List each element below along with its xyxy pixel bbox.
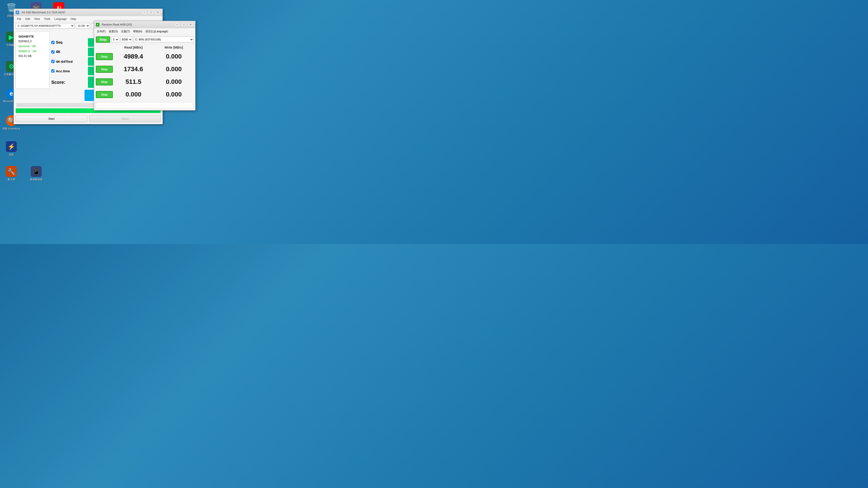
randread-window-controls: ─ □ ✕ — [174, 22, 193, 27]
rr-menu-file[interactable]: 文件(F) — [95, 29, 107, 34]
rr-stop-btn-2[interactable]: Stop — [96, 66, 113, 73]
rr-row-3: Stop 511.5 0.000 — [94, 76, 195, 88]
seq-label: Seq — [56, 40, 62, 44]
randread-menu-bar: 文件(F) 设置(S) 主题(T) 帮助(H) 语言(L)(Language) — [94, 28, 195, 35]
rr-menu-settings[interactable]: 设置(S) — [107, 29, 119, 34]
randread-toolbar: Stop 5 8GiB C: 90% (837/931GiB) — [94, 35, 195, 44]
4k64-label-area: 4K-64Thrd — [51, 60, 88, 64]
asssd-title-area: A AS SSD Benchmark 2.0.7316.34247 — [16, 11, 66, 14]
rr-drive-select[interactable]: C: 90% (837/931GiB) — [133, 37, 193, 42]
randread-window: R Random Read 4KiB [2/5] ─ □ ✕ 文件(F) 设置(… — [94, 21, 195, 110]
rr-read-val-4: 0.000 — [114, 89, 153, 100]
drive-firmware: EGFM11.2 — [19, 39, 46, 44]
asssd-close-button[interactable]: ✕ — [155, 10, 161, 15]
asssd-minimize-button[interactable]: ─ — [141, 10, 147, 15]
randread-close-button[interactable]: ✕ — [188, 22, 193, 27]
asssd-bottom-buttons: Start Abort — [16, 115, 161, 122]
night-icon: 📱 — [31, 166, 41, 177]
ludashi-label: 鲁大师 — [8, 178, 15, 181]
randread-title-area: R Random Read 4KiB [2/5] — [96, 23, 132, 26]
drive-driver: stornvme - OK — [19, 44, 46, 49]
4k-checkbox[interactable] — [51, 51, 55, 54]
drive-capacity: 931.51 GB — [19, 54, 46, 59]
acctime-checkbox[interactable] — [51, 69, 55, 72]
randread-app-icon: R — [96, 23, 99, 26]
rr-toolbar-stop-button[interactable]: Stop — [96, 36, 110, 43]
seq-checkbox[interactable] — [51, 41, 55, 44]
start-button[interactable]: Start — [16, 115, 87, 122]
menu-edit[interactable]: Edit — [24, 17, 32, 21]
rr-menu-theme[interactable]: 主题(T) — [120, 29, 131, 34]
desktop-icon-xunlei[interactable]: ⚡ 迅雷 — [2, 141, 20, 156]
menu-language[interactable]: Language — [53, 17, 68, 21]
menu-view[interactable]: View — [32, 17, 42, 21]
randread-maximize-button[interactable]: □ — [181, 22, 187, 27]
asssd-maximize-button[interactable]: □ — [148, 10, 154, 15]
score-label: Score: — [51, 79, 88, 86]
rr-read-val-2: 1734.6 — [114, 64, 153, 74]
acctime-label: Acc.time — [56, 69, 70, 73]
rr-write-val-4: 0.000 — [154, 89, 194, 100]
night-label: 夜神模拟器 — [30, 178, 42, 181]
rr-write-header: Write [MB/s] — [154, 46, 194, 49]
asssd-titlebar: A AS SSD Benchmark 2.0.7316.34247 ─ □ ✕ — [14, 9, 162, 16]
rr-size-select[interactable]: 8GiB — [120, 37, 132, 42]
acctime-label-area: Acc.time — [51, 69, 88, 73]
rr-row-4: Stop 0.000 0.000 — [94, 89, 195, 100]
rr-write-val-2: 0.000 — [154, 64, 194, 74]
asssd-title-text: AS SSD Benchmark 2.0.7316.34247 — [22, 11, 66, 14]
drive-model: GIGABYTE — [19, 34, 46, 39]
rr-count-select[interactable]: 5 — [112, 37, 119, 42]
rr-row-1: Stop 4989.4 0.000 — [94, 51, 195, 62]
menu-file[interactable]: File — [15, 17, 23, 21]
xunlei-label: 迅雷 — [9, 153, 14, 156]
asssd-app-icon: A — [16, 11, 19, 14]
desktop-icon-ludashi[interactable]: 🔧 鲁大师 — [2, 166, 20, 181]
rr-stop-btn-4[interactable]: Stop — [96, 91, 113, 98]
rr-write-val-1: 0.000 — [154, 51, 194, 62]
desktop-icon-night[interactable]: 📱 夜神模拟器 — [27, 166, 45, 181]
randread-titlebar: R Random Read 4KiB [2/5] ─ □ ✕ — [94, 21, 195, 28]
randread-title-text: Random Read 4KiB [2/5] — [102, 23, 132, 26]
rr-row-2: Stop 1734.6 0.000 — [94, 63, 195, 75]
asssd-window-controls: ─ □ ✕ — [141, 10, 161, 15]
4k-label-area: 4K — [51, 50, 88, 54]
rr-stop-btn-3[interactable]: Stop — [96, 78, 113, 86]
xunlei-icon: ⚡ — [6, 141, 17, 152]
rr-menu-language[interactable]: 语言(L)(Language) — [144, 29, 169, 34]
drive-info-panel: GIGABYTE EGFM11.2 stornvme - OK 593920 K… — [16, 31, 50, 89]
menu-tools[interactable]: Tools — [42, 17, 52, 21]
seq-label-area: Seq — [51, 40, 88, 44]
drive-select[interactable]: C: GIGABYTE GP-ASM2NE6100TTTD — [16, 23, 74, 29]
rr-write-val-3: 0.000 — [154, 76, 194, 87]
rr-table-headers: Read [MB/s] Write [MB/s] — [94, 44, 195, 51]
randread-minimize-button[interactable]: ─ — [174, 22, 180, 27]
rr-stop-btn-1[interactable]: Stop — [96, 53, 113, 60]
4k64-checkbox[interactable] — [51, 60, 55, 63]
abort-button[interactable]: Abort — [89, 115, 161, 122]
4k-label: 4K — [56, 50, 60, 54]
ludashi-icon: 🔧 — [6, 166, 17, 177]
rr-read-val-3: 511.5 — [114, 76, 153, 87]
size-select[interactable]: 10 GB — [76, 23, 90, 29]
4k64-label: 4K-64Thrd — [56, 60, 72, 64]
drive-cache: 593920 K - OK — [19, 49, 46, 54]
rr-read-header: Read [MB/s] — [114, 46, 153, 49]
rr-menu-help[interactable]: 帮助(H) — [132, 29, 144, 34]
menu-help[interactable]: Help — [69, 17, 78, 21]
search-label: 搜索 Everything — [2, 127, 20, 130]
rr-progress-area — [96, 102, 193, 108]
rr-read-val-1: 4989.4 — [114, 51, 153, 62]
